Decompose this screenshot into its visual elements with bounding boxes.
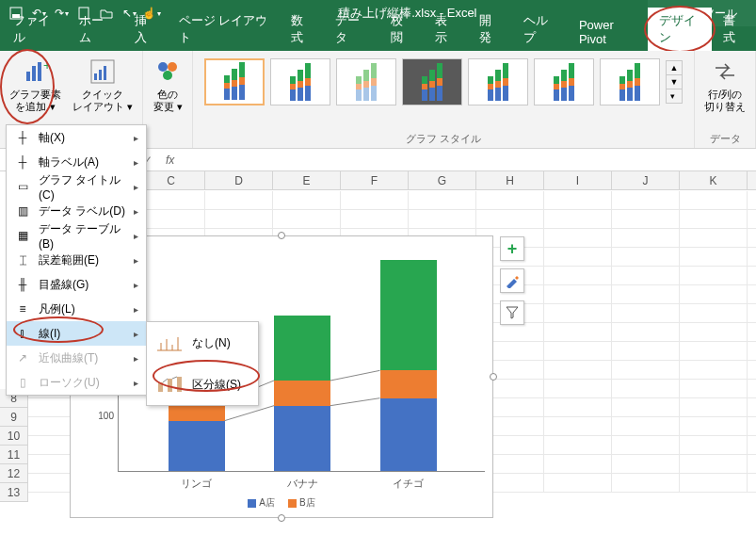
gallery-scroll-down[interactable]: ▼ bbox=[667, 75, 683, 89]
col-header[interactable]: C bbox=[137, 171, 205, 189]
quick-layout-icon bbox=[88, 57, 118, 87]
svg-point-11 bbox=[158, 62, 168, 72]
svg-line-19 bbox=[225, 406, 275, 421]
row-header[interactable]: 11 bbox=[0, 446, 28, 464]
svg-rect-10 bbox=[104, 66, 106, 80]
menu-data-labels[interactable]: ▥データ ラベル(D)▸ bbox=[7, 199, 146, 223]
change-colors-button[interactable]: 色の 変更 ▾ bbox=[149, 55, 186, 115]
style-thumb-2[interactable] bbox=[270, 58, 330, 105]
style-thumb-4[interactable] bbox=[402, 58, 462, 105]
menu-updown-bars: ▯ローソク(U)▸ bbox=[7, 370, 146, 395]
resize-handle[interactable] bbox=[490, 373, 497, 381]
col-header[interactable]: G bbox=[409, 171, 476, 189]
add-element-icon: + bbox=[21, 57, 51, 87]
tab-pagelayout[interactable]: ページ レイアウト bbox=[168, 8, 281, 51]
svg-line-21 bbox=[330, 398, 380, 406]
menu-chart-title[interactable]: ▭グラフ タイトル(C)▸ bbox=[7, 174, 146, 199]
style-thumb-3[interactable] bbox=[336, 58, 396, 105]
switch-row-col-button[interactable]: 行/列の 切り替え bbox=[700, 55, 749, 115]
svg-rect-14 bbox=[158, 382, 163, 392]
tab-view[interactable]: 表示 bbox=[424, 8, 468, 51]
tab-help[interactable]: ヘルプ bbox=[512, 8, 568, 51]
row-header[interactable]: 9 bbox=[0, 408, 28, 427]
row-header[interactable]: 10 bbox=[0, 427, 28, 446]
menu-axes[interactable]: ┼軸(X)▸ bbox=[7, 125, 146, 150]
quick-layout-button[interactable]: クイック レイアウト ▾ bbox=[69, 55, 137, 115]
style-thumb-1[interactable] bbox=[204, 58, 265, 105]
chart-filter-button[interactable] bbox=[500, 300, 524, 325]
resize-handle[interactable] bbox=[278, 514, 285, 522]
row-header[interactable]: 12 bbox=[0, 464, 28, 483]
svg-rect-8 bbox=[94, 73, 97, 80]
svg-line-17 bbox=[163, 379, 168, 382]
tab-review[interactable]: 校閲 bbox=[379, 8, 424, 51]
menu-lines[interactable]: ⫿線(I)▸ なし(N) 区分線(S) bbox=[7, 321, 146, 346]
col-header[interactable]: D bbox=[205, 171, 273, 189]
fx-label[interactable]: fx bbox=[158, 154, 182, 167]
add-chart-element-button[interactable]: + グラフ要素 を追加 ▾ bbox=[6, 55, 65, 115]
chart-legend[interactable]: A店 B店 bbox=[71, 496, 492, 510]
ytick: 100 bbox=[98, 411, 114, 421]
tab-formulas[interactable]: 数式 bbox=[280, 8, 324, 51]
svg-rect-16 bbox=[177, 377, 182, 392]
menu-legend[interactable]: ≡凡例(L)▸ bbox=[7, 297, 146, 321]
col-header[interactable]: I bbox=[544, 171, 612, 189]
legend-b: B店 bbox=[299, 497, 315, 508]
chart-styles-label: グラフ スタイル bbox=[406, 132, 481, 146]
tab-home[interactable]: ホーム bbox=[68, 8, 123, 51]
style-thumb-5[interactable] bbox=[468, 58, 528, 105]
data-group-label: データ bbox=[710, 132, 741, 146]
gallery-scroll-up[interactable]: ▲ bbox=[667, 61, 683, 75]
switch-icon bbox=[710, 57, 740, 87]
tab-format[interactable]: 書式 bbox=[712, 8, 756, 51]
resize-handle[interactable] bbox=[278, 232, 285, 239]
menu-trendline: ↗近似曲線(T)▸ bbox=[7, 346, 146, 370]
row-header[interactable]: 13 bbox=[0, 483, 28, 502]
category-label: リンゴ bbox=[169, 471, 225, 491]
svg-line-18 bbox=[172, 377, 177, 379]
svg-rect-15 bbox=[168, 379, 172, 392]
svg-rect-3 bbox=[26, 72, 30, 81]
col-header[interactable]: J bbox=[612, 171, 680, 189]
chart-styles-gallery[interactable]: ▲ ▼ ▾ bbox=[201, 55, 687, 109]
tab-file[interactable]: ファイル bbox=[2, 8, 68, 51]
chart-styles-button[interactable] bbox=[500, 268, 524, 293]
chart-elements-button[interactable]: + bbox=[500, 236, 524, 261]
tab-data[interactable]: データ bbox=[324, 8, 379, 51]
menu-axis-titles[interactable]: ┼軸ラベル(A)▸ bbox=[7, 150, 146, 174]
ribbon-tabs: ファイル ホーム 挿入 ページ レイアウト 数式 データ 校閲 表示 開発 ヘル… bbox=[0, 26, 756, 51]
col-header[interactable]: F bbox=[341, 171, 409, 189]
tab-powerpivot[interactable]: Power Pivot bbox=[568, 13, 649, 51]
legend-a: A店 bbox=[259, 497, 275, 508]
tab-insert[interactable]: 挿入 bbox=[123, 8, 168, 51]
svg-point-13 bbox=[163, 71, 172, 80]
svg-rect-9 bbox=[99, 70, 102, 80]
category-label: バナナ bbox=[274, 471, 330, 491]
style-thumb-7[interactable] bbox=[600, 58, 660, 105]
submenu-series-lines[interactable]: 区分線(S) bbox=[147, 364, 258, 405]
menu-data-table[interactable]: ▦データ テーブル(B)▸ bbox=[7, 223, 146, 248]
svg-text:+: + bbox=[43, 58, 49, 73]
gallery-more[interactable]: ▾ bbox=[667, 89, 683, 103]
col-header[interactable]: H bbox=[476, 171, 544, 189]
col-header[interactable]: E bbox=[273, 171, 341, 189]
style-thumb-6[interactable] bbox=[534, 58, 594, 105]
svg-rect-4 bbox=[32, 66, 36, 81]
add-element-menu: ┼軸(X)▸ ┼軸ラベル(A)▸ ▭グラフ タイトル(C)▸ ▥データ ラベル(… bbox=[6, 124, 147, 396]
menu-error-bars[interactable]: ⌶誤差範囲(E)▸ bbox=[7, 248, 146, 272]
submenu-none[interactable]: なし(N) bbox=[147, 322, 258, 364]
svg-line-22 bbox=[330, 370, 380, 381]
lines-submenu: なし(N) 区分線(S) bbox=[146, 321, 259, 406]
svg-rect-5 bbox=[38, 62, 41, 81]
menu-gridlines[interactable]: ╫目盛線(G)▸ bbox=[7, 272, 146, 297]
tab-design[interactable]: デザイン bbox=[648, 8, 711, 51]
tab-developer[interactable]: 開発 bbox=[468, 8, 512, 51]
svg-point-12 bbox=[168, 62, 177, 72]
palette-icon bbox=[153, 57, 183, 87]
category-label: イチゴ bbox=[380, 471, 437, 491]
col-header[interactable]: K bbox=[680, 171, 748, 189]
